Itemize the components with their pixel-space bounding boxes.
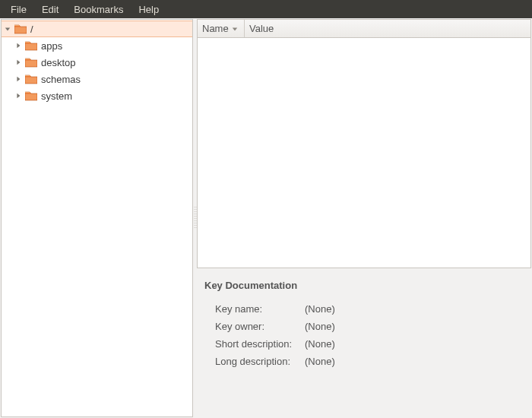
doc-grid: Key name: (None) Key owner: (None) Short… [215,303,524,367]
menu-file[interactable]: File [3,2,34,17]
expander-right-icon[interactable] [14,41,23,50]
key-list: Name Value [197,19,531,268]
svg-rect-1 [26,44,37,50]
column-label: Name [202,23,229,34]
doc-short-desc-value: (None) [305,338,524,350]
expander-right-icon[interactable] [14,74,23,84]
folder-icon [24,90,38,102]
doc-title: Key Documentation [204,280,524,291]
column-header-name[interactable]: Name [198,20,245,37]
doc-long-desc-value: (None) [305,356,524,367]
tree-label: system [41,90,72,102]
tree-row-schemas[interactable]: schemas [2,71,192,87]
list-header: Name Value [198,20,530,38]
doc-key-name-label: Key name: [215,303,305,315]
menubar: File Edit Bookmarks Help [0,0,532,18]
content-area: / apps desktop [0,18,532,418]
documentation-panel: Key Documentation Key name: (None) Key o… [197,274,532,418]
svg-rect-2 [26,61,37,67]
tree-label-root: / [30,24,33,35]
expander-down-icon[interactable] [3,24,12,33]
list-body[interactable] [198,38,530,268]
expander-right-icon[interactable] [14,91,23,100]
tree-row-system[interactable]: system [2,87,192,104]
folder-icon [24,40,38,52]
folder-icon [24,56,38,68]
column-label: Value [249,23,274,34]
directory-tree[interactable]: / apps desktop [2,20,192,416]
doc-short-desc-label: Short description: [215,338,305,350]
doc-key-name-value: (None) [305,303,524,315]
folder-icon [24,73,38,85]
tree-panel: / apps desktop [1,19,193,417]
vertical-splitter[interactable] [194,18,197,418]
svg-rect-4 [26,94,37,100]
menu-edit[interactable]: Edit [34,2,66,17]
doc-long-desc-label: Long description: [215,356,305,367]
doc-key-owner-value: (None) [305,321,524,332]
tree-label: apps [41,40,62,52]
tree-row-desktop[interactable]: desktop [2,54,192,71]
folder-icon [14,23,27,35]
tree-label: schemas [41,74,81,85]
menu-bookmarks[interactable]: Bookmarks [66,2,131,17]
svg-rect-3 [26,78,37,84]
doc-key-owner-label: Key owner: [215,321,305,332]
tree-row-root[interactable]: / [2,21,192,37]
svg-rect-0 [15,27,27,33]
expander-right-icon[interactable] [14,58,23,67]
menu-help[interactable]: Help [131,2,166,17]
tree-row-apps[interactable]: apps [2,37,192,54]
right-panel: Name Value Key Documentation Key name: (… [197,18,532,418]
column-header-value[interactable]: Value [245,20,530,37]
sort-descending-icon [232,26,238,32]
tree-label: desktop [41,57,76,68]
